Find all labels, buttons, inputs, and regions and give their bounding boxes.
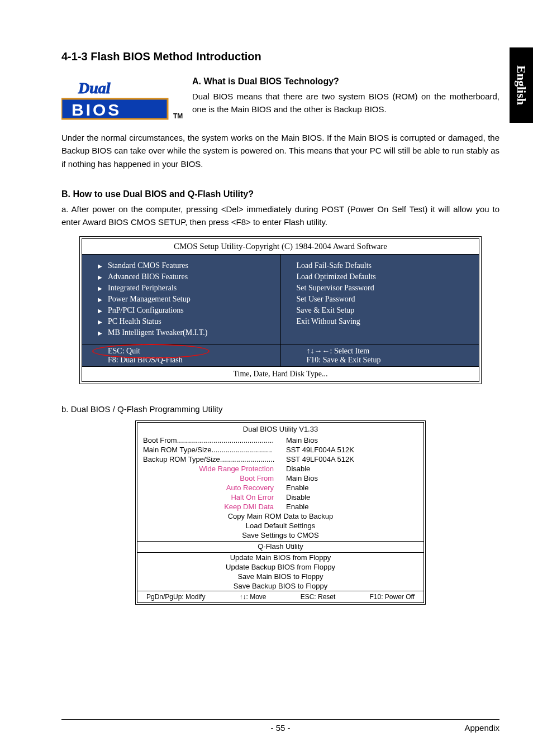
qflash-info-label: Backup ROM Type/Size....................…: [143, 455, 280, 463]
qflash-config-value: Disable: [280, 493, 418, 501]
qflash-action[interactable]: Update Backup BIOS from Floppy: [137, 562, 423, 572]
page-number: - 55 -: [207, 723, 353, 733]
cmos-arrows: ↑↓→←: Select Item: [307, 347, 472, 356]
qflash-info-row: Boot From...............................…: [137, 436, 423, 445]
cmos-menu-item[interactable]: ▶MB Intelligent Tweaker(M.I.T.): [90, 327, 273, 338]
cmos-menu-item[interactable]: ▶Power Management Setup: [90, 294, 273, 305]
cmos-title: CMOS Setup Utility-Copyright (C) 1984-20…: [82, 239, 479, 255]
cmos-bottom-right: ↑↓→←: Select Item F10: Save & Exit Setup: [281, 344, 479, 366]
qflash-bottom-hint: ↑↓: Move: [240, 593, 266, 601]
sub-b-title: B. How to use Dual BIOS and Q-Flash Util…: [61, 189, 499, 199]
qflash-config-row[interactable]: Wide Range ProtectionDisable: [137, 464, 423, 473]
b-caption: b. Dual BIOS / Q-Flash Programming Utili…: [61, 404, 499, 414]
qflash-config-label: Wide Range Protection: [143, 465, 280, 473]
cmos-menu-item[interactable]: ▶PC Health Status: [90, 316, 273, 327]
dual-bios-logo: Dual BIOS TM: [61, 76, 184, 121]
qflash-config-value: Enable: [280, 503, 418, 511]
qflash-config-label: Halt On Error: [143, 493, 280, 501]
qflash-config-row[interactable]: Halt On ErrorDisable: [137, 492, 423, 502]
triangle-icon: ▶: [98, 274, 102, 280]
qflash-info-label: Main ROM Type/Size......................…: [143, 446, 280, 454]
qflash-info-row: Main ROM Type/Size......................…: [137, 445, 423, 454]
qflash-action[interactable]: Load Default Settings: [137, 521, 423, 530]
qflash-bottom-hint: F10: Power Off: [369, 593, 414, 601]
qflash-action[interactable]: Save Settings to CMOS: [137, 530, 423, 540]
triangle-icon: ▶: [98, 330, 102, 336]
page-content: 4-1-3 Flash BIOS Method Introduction Dua…: [0, 0, 533, 627]
sub-a-title: A. What is Dual BIOS Technology?: [192, 76, 499, 87]
qflash-box: Dual BIOS Utility V1.33 Boot From.......…: [135, 420, 426, 605]
sub-b-p1: a. After power on the computer, pressing…: [61, 203, 499, 229]
cmos-menu-item[interactable]: ▶Advanced BIOS Features: [90, 271, 273, 283]
footer-section: Appendix: [354, 723, 499, 733]
triangle-icon: ▶: [98, 319, 102, 325]
qflash-info-row: Backup ROM Type/Size....................…: [137, 454, 423, 464]
svg-text:TM: TM: [173, 112, 183, 120]
qflash-config-label: Boot From: [143, 474, 280, 482]
qflash-info-value: Main Bios: [280, 436, 418, 444]
qflash-bottom-hint: PgDn/PgUp: Modify: [146, 593, 205, 601]
cmos-menu-item[interactable]: Exit Without Saving: [289, 316, 472, 327]
sub-a-p2: Under the normal circumstances, the syst…: [61, 131, 499, 170]
section-heading: 4-1-3 Flash BIOS Method Introduction: [61, 50, 499, 63]
qflash-config-label: Auto Recovery: [143, 484, 280, 492]
qflash-config-row[interactable]: Keep DMI DataEnable: [137, 502, 423, 511]
qflash-info-label: Boot From...............................…: [143, 436, 280, 444]
qflash-action[interactable]: Update Main BIOS from Floppy: [137, 553, 423, 562]
cmos-menu-item[interactable]: Load Optimized Defaults: [289, 271, 472, 283]
cmos-menu-item[interactable]: ▶Standard CMOS Features: [90, 260, 273, 271]
qflash-config-label: Keep DMI Data: [143, 503, 280, 511]
qflash-bottom-hint: ESC: Reset: [301, 593, 336, 601]
cmos-left-col: ▶Standard CMOS Features▶Advanced BIOS Fe…: [82, 255, 281, 344]
sub-a-p1: Dual BIOS means that there are two syste…: [192, 90, 499, 116]
qflash-action[interactable]: Copy Main ROM Data to Backup: [137, 511, 423, 521]
cmos-menu-item[interactable]: Set User Password: [289, 294, 472, 305]
qflash-mid: Q-Flash Utility: [137, 542, 423, 551]
qflash-config-row[interactable]: Boot FromMain Bios: [137, 473, 423, 483]
qflash-bottom-bar: PgDn/PgUp: Modify↑↓: MoveESC: ResetF10: …: [137, 591, 423, 602]
cmos-setup-box: CMOS Setup Utility-Copyright (C) 1984-20…: [79, 236, 482, 384]
page-footer: - 55 - Appendix: [61, 719, 499, 733]
cmos-menu-item[interactable]: ▶PnP/PCI Configurations: [90, 305, 273, 316]
triangle-icon: ▶: [98, 263, 102, 269]
qflash-action[interactable]: Save Main BIOS to Floppy: [137, 572, 423, 581]
qflash-info-value: SST 49LF004A 512K: [280, 455, 418, 463]
intro-row: Dual BIOS TM A. What is Dual BIOS Techno…: [61, 76, 499, 121]
svg-text:Dual: Dual: [78, 79, 111, 97]
triangle-icon: ▶: [98, 308, 102, 314]
cmos-menu-item[interactable]: Save & Exit Setup: [289, 305, 472, 316]
svg-text:BIOS: BIOS: [72, 101, 121, 119]
triangle-icon: ▶: [98, 296, 102, 303]
qflash-config-value: Enable: [280, 484, 418, 492]
qflash-info-value: SST 49LF004A 512K: [280, 446, 418, 454]
qflash-action[interactable]: Save Backup BIOS to Floppy: [137, 581, 423, 591]
qflash-config-row[interactable]: Auto RecoveryEnable: [137, 483, 423, 492]
qflash-title: Dual BIOS Utility V1.33: [137, 423, 423, 436]
cmos-menu-item[interactable]: ▶Integrated Peripherals: [90, 283, 273, 294]
cmos-menu-item[interactable]: Load Fail-Safe Defaults: [289, 260, 472, 271]
qflash-config-value: Disable: [280, 465, 418, 473]
cmos-help-line: Time, Date, Hard Disk Type...: [82, 366, 479, 381]
cmos-f10: F10: Save & Exit Setup: [307, 356, 472, 365]
cmos-menu-item[interactable]: Set Supervisor Password: [289, 283, 472, 294]
qflash-config-value: Main Bios: [280, 474, 418, 482]
triangle-icon: ▶: [98, 285, 102, 291]
cmos-right-col: Load Fail-Safe DefaultsLoad Optimized De…: [281, 255, 479, 344]
